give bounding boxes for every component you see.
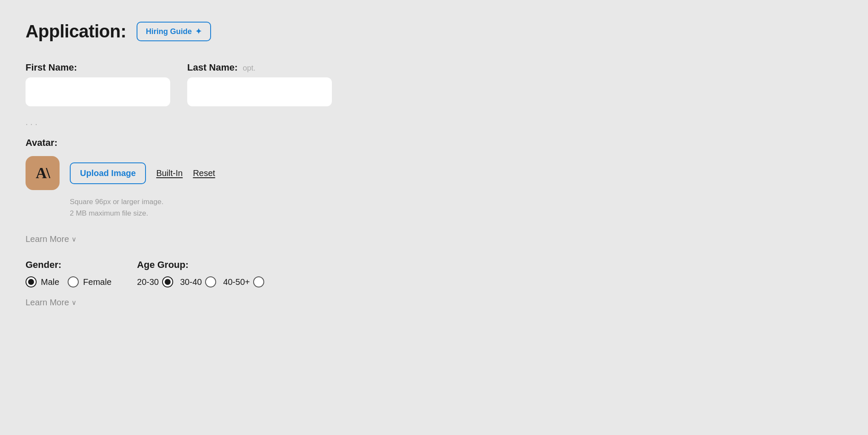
avatar-hint: Square 96px or larger image. 2 MB maximu… xyxy=(70,196,400,219)
gender-label: Gender: xyxy=(26,259,111,270)
sparkle-icon: ✦ xyxy=(195,27,202,36)
first-name-input[interactable] xyxy=(26,77,170,106)
partial-label: · · · xyxy=(26,119,400,129)
learn-more-button-1[interactable]: Learn More ∨ xyxy=(26,234,77,244)
page-header: Application: Hiring Guide ✦ xyxy=(26,21,400,42)
gender-radio-row: Male Female xyxy=(26,276,111,287)
upload-image-button[interactable]: Upload Image xyxy=(70,162,146,184)
first-name-label: First Name: xyxy=(26,62,170,73)
gender-male-label: Male xyxy=(41,277,59,287)
first-name-group: First Name: xyxy=(26,62,170,106)
avatar-label: Avatar: xyxy=(26,137,400,148)
hiring-guide-button[interactable]: Hiring Guide ✦ xyxy=(137,22,211,41)
avatar-hint-line2: 2 MB maximum file size. xyxy=(70,209,148,217)
age-20-30-option[interactable]: 20-30 xyxy=(137,276,173,287)
age-group: Age Group: 20-30 30-40 40-50+ xyxy=(137,259,264,287)
age-20-30-label: 20-30 xyxy=(137,277,159,287)
learn-more-button-2[interactable]: Learn More ∨ xyxy=(26,298,77,307)
learn-more-1-label: Learn More xyxy=(26,234,69,244)
learn-more-2-label: Learn More xyxy=(26,298,69,307)
age-20-30-radio[interactable] xyxy=(162,276,173,287)
built-in-button[interactable]: Built-In xyxy=(156,168,183,178)
age-30-40-radio[interactable] xyxy=(205,276,216,287)
gender-male-option[interactable]: Male xyxy=(26,276,59,287)
last-name-group: Last Name: opt. xyxy=(187,62,332,106)
avatar-hint-line1: Square 96px or larger image. xyxy=(70,198,163,206)
age-40-50-option[interactable]: 40-50+ xyxy=(223,276,264,287)
gender-female-option[interactable]: Female xyxy=(68,276,111,287)
avatar-icon-text: A\ xyxy=(36,164,49,182)
avatar-section: Avatar: A\ Upload Image Built-In Reset S… xyxy=(26,137,400,219)
last-name-opt-label: opt. xyxy=(243,64,256,73)
age-radio-row: 20-30 30-40 40-50+ xyxy=(137,276,264,287)
chevron-down-icon-1: ∨ xyxy=(71,235,77,243)
age-40-50-label: 40-50+ xyxy=(223,277,250,287)
age-30-40-option[interactable]: 30-40 xyxy=(180,276,216,287)
age-40-50-radio[interactable] xyxy=(253,276,264,287)
page-title: Application: xyxy=(26,21,126,42)
age-30-40-label: 30-40 xyxy=(180,277,202,287)
last-name-input[interactable] xyxy=(187,77,332,106)
avatar-controls-row: A\ Upload Image Built-In Reset xyxy=(26,156,400,190)
name-fields-row: First Name: Last Name: opt. xyxy=(26,62,400,106)
gender-female-label: Female xyxy=(83,277,111,287)
gender-group: Gender: Male Female xyxy=(26,259,111,287)
chevron-down-icon-2: ∨ xyxy=(71,299,77,307)
avatar-preview: A\ xyxy=(26,156,60,190)
last-name-label: Last Name: xyxy=(187,62,238,73)
reset-button[interactable]: Reset xyxy=(193,168,215,178)
hiring-guide-label: Hiring Guide xyxy=(146,27,192,36)
gender-male-radio[interactable] xyxy=(26,276,37,287)
gender-age-row: Gender: Male Female Age Group: 20-30 xyxy=(26,259,400,287)
gender-female-radio[interactable] xyxy=(68,276,79,287)
age-group-label: Age Group: xyxy=(137,259,264,270)
